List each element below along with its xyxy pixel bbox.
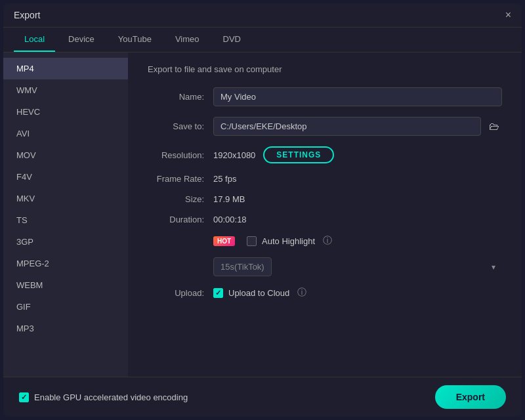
tiktok-dropdown[interactable]: 15s(TikTok) bbox=[213, 257, 272, 276]
sidebar-item-mp3[interactable]: MP3 bbox=[3, 318, 128, 339]
size-value: 17.9 MB bbox=[213, 194, 245, 204]
sidebar-item-avi[interactable]: AVI bbox=[3, 123, 128, 144]
export-dialog: Export × Local Device YouTube Vimeo DVD … bbox=[3, 3, 522, 417]
frame-rate-value: 25 fps bbox=[213, 174, 236, 184]
duration-label: Duration: bbox=[148, 215, 213, 224]
tab-vimeo[interactable]: Vimeo bbox=[165, 28, 210, 52]
sidebar-item-mkv[interactable]: MKV bbox=[3, 188, 128, 209]
auto-highlight-help-icon[interactable]: ⓘ bbox=[323, 235, 332, 247]
sidebar-item-wmv[interactable]: WMV bbox=[3, 79, 128, 101]
sidebar-item-webm[interactable]: WEBM bbox=[3, 274, 128, 296]
duration-value: 00:00:18 bbox=[213, 215, 247, 224]
sidebar-item-mpeg2[interactable]: MPEG-2 bbox=[3, 253, 128, 274]
section-title: Export to file and save on computer bbox=[148, 64, 502, 74]
dialog-footer: Enable GPU accelerated video encoding Ex… bbox=[3, 377, 522, 417]
save-to-field-wrapper: 🗁 bbox=[213, 117, 502, 136]
upload-cloud-help-icon[interactable]: ⓘ bbox=[297, 287, 306, 299]
save-to-label: Save to: bbox=[148, 121, 213, 131]
settings-button[interactable]: SETTINGS bbox=[263, 146, 334, 163]
folder-button[interactable]: 🗁 bbox=[486, 118, 502, 135]
dialog-body: MP4 WMV HEVC AVI MOV F4V MKV TS 3GP MPEG… bbox=[3, 52, 522, 377]
frame-rate-row: Frame Rate: 25 fps bbox=[148, 174, 502, 184]
upload-control: Upload to Cloud ⓘ bbox=[213, 287, 306, 299]
sidebar-item-mp4[interactable]: MP4 bbox=[3, 58, 128, 79]
upload-row: Upload: Upload to Cloud ⓘ bbox=[148, 287, 502, 299]
save-to-input[interactable] bbox=[213, 117, 481, 136]
auto-highlight-checkbox[interactable] bbox=[247, 236, 257, 246]
title-bar: Export × bbox=[3, 3, 522, 28]
sidebar-item-gif[interactable]: GIF bbox=[3, 296, 128, 318]
tab-dvd[interactable]: DVD bbox=[213, 28, 251, 52]
dropdown-arrow-icon: ▾ bbox=[492, 262, 495, 272]
auto-highlight-control: HOT Auto Highlight ⓘ bbox=[213, 235, 332, 247]
resolution-value-wrapper: 1920x1080 SETTINGS bbox=[213, 146, 502, 163]
gpu-row: Enable GPU accelerated video encoding bbox=[19, 392, 188, 402]
name-row: Name: bbox=[148, 87, 502, 106]
resolution-label: Resolution: bbox=[148, 150, 213, 160]
duration-row: Duration: 00:00:18 bbox=[148, 215, 502, 224]
tab-local[interactable]: Local bbox=[14, 28, 55, 52]
auto-highlight-row: HOT Auto Highlight ⓘ bbox=[148, 235, 502, 247]
export-button[interactable]: Export bbox=[435, 385, 506, 409]
sidebar-item-mov[interactable]: MOV bbox=[3, 144, 128, 166]
sidebar-item-f4v[interactable]: F4V bbox=[3, 166, 128, 188]
size-row: Size: 17.9 MB bbox=[148, 194, 502, 204]
tab-bar: Local Device YouTube Vimeo DVD bbox=[3, 28, 522, 52]
upload-cloud-checkbox[interactable] bbox=[213, 288, 223, 298]
name-field-wrapper bbox=[213, 87, 502, 106]
save-to-row: Save to: 🗁 bbox=[148, 117, 502, 136]
resolution-row: Resolution: 1920x1080 SETTINGS bbox=[148, 146, 502, 163]
name-input[interactable] bbox=[213, 87, 502, 106]
sidebar-item-3gp[interactable]: 3GP bbox=[3, 231, 128, 253]
close-button[interactable]: × bbox=[505, 10, 511, 20]
hot-badge: HOT bbox=[213, 236, 235, 246]
tab-device[interactable]: Device bbox=[58, 28, 105, 52]
gpu-label: Enable GPU accelerated video encoding bbox=[34, 392, 188, 402]
main-content: Export to file and save on computer Name… bbox=[128, 52, 522, 377]
upload-label: Upload: bbox=[148, 288, 213, 298]
dialog-title: Export bbox=[14, 10, 40, 20]
upload-cloud-label: Upload to Cloud bbox=[228, 288, 289, 298]
sidebar-item-ts[interactable]: TS bbox=[3, 209, 128, 231]
gpu-checkbox[interactable] bbox=[19, 392, 29, 402]
format-sidebar: MP4 WMV HEVC AVI MOV F4V MKV TS 3GP MPEG… bbox=[3, 52, 128, 377]
name-label: Name: bbox=[148, 92, 213, 102]
frame-rate-label: Frame Rate: bbox=[148, 174, 213, 184]
size-label: Size: bbox=[148, 194, 213, 204]
sidebar-item-hevc[interactable]: HEVC bbox=[3, 101, 128, 123]
auto-highlight-label: Auto Highlight bbox=[262, 236, 315, 246]
tiktok-dropdown-wrapper: 15s(TikTok) ▾ bbox=[213, 257, 502, 276]
resolution-value: 1920x1080 bbox=[213, 150, 255, 160]
tiktok-dropdown-row: 15s(TikTok) ▾ bbox=[148, 257, 502, 276]
tab-youtube[interactable]: YouTube bbox=[108, 28, 162, 52]
